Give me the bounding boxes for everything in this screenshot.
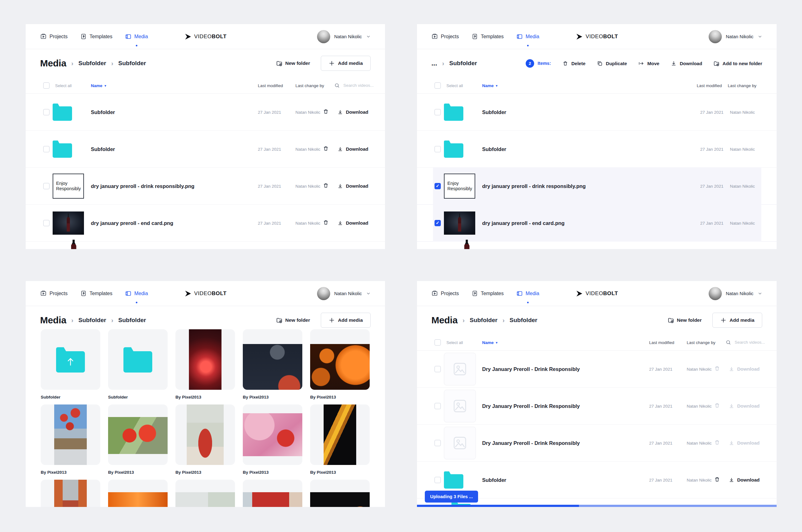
breadcrumb-level2[interactable]: Subfolder: [118, 317, 146, 324]
media-card[interactable]: By Pixel2013: [243, 404, 302, 480]
row-checkbox[interactable]: [435, 109, 441, 115]
card-label: By Pixel2013: [108, 470, 168, 475]
uploading-row[interactable]: Dry January Preroll - Drink Responsibly …: [417, 387, 777, 424]
user-menu[interactable]: Natan Nikolic: [317, 287, 370, 300]
download-button[interactable]: Download: [338, 146, 368, 152]
breadcrumb-collapsed[interactable]: ...: [432, 59, 437, 68]
folder-card[interactable]: Subfolder: [108, 329, 168, 404]
breadcrumb-root[interactable]: Media: [40, 58, 66, 69]
add-media-button[interactable]: Add media: [712, 313, 762, 328]
delete-selected-button[interactable]: Delete: [562, 60, 586, 66]
move-button[interactable]: Move: [638, 60, 659, 66]
download-selected-button[interactable]: Download: [671, 60, 702, 66]
folder-card-up[interactable]: Subfolder: [41, 329, 100, 404]
image-thumbnail: [243, 492, 302, 507]
image-thumbnail: [243, 413, 302, 456]
media-card[interactable]: By Pixel2013: [175, 329, 235, 404]
nav-media[interactable]: Media: [516, 290, 539, 297]
row-checkbox[interactable]: [43, 183, 50, 189]
row-changed-by: Natan Nikolic: [295, 184, 321, 188]
nav-templates[interactable]: Templates: [472, 33, 504, 40]
media-card[interactable]: By Pixel2013: [310, 329, 370, 404]
media-card[interactable]: By Pixel2013: [175, 404, 235, 480]
row-checkbox[interactable]: [435, 477, 441, 483]
add-media-button[interactable]: Add media: [321, 313, 370, 328]
media-card[interactable]: By Pixel2013: [310, 404, 370, 480]
row-checkbox-checked[interactable]: [435, 220, 441, 226]
new-folder-button[interactable]: New folder: [276, 317, 310, 323]
breadcrumb-level2[interactable]: Subfolder: [510, 317, 538, 324]
delete-button[interactable]: [323, 145, 329, 153]
delete-button[interactable]: [714, 476, 720, 484]
table-row[interactable]: Subfolder 27 Jan 2021 Natan Nikolic Down…: [26, 94, 385, 131]
media-card[interactable]: [243, 480, 302, 507]
nav-projects[interactable]: Projects: [432, 33, 459, 40]
new-folder-button[interactable]: New folder: [668, 317, 702, 323]
breadcrumb-level1[interactable]: Subfolder: [78, 317, 106, 324]
delete-button[interactable]: [323, 219, 329, 227]
breadcrumb-root[interactable]: Media: [40, 315, 66, 325]
select-all-checkbox[interactable]: [43, 82, 50, 89]
search-input[interactable]: Search videos...: [334, 83, 374, 88]
projects-icon: [432, 33, 438, 40]
nav-projects[interactable]: Projects: [432, 290, 459, 297]
duplicate-button[interactable]: Duplicate: [597, 60, 627, 66]
download-button[interactable]: Download: [338, 183, 368, 189]
media-card[interactable]: By Pixel2013: [243, 329, 302, 404]
uploading-row[interactable]: Dry January Preroll - Drink Responsibly …: [417, 350, 777, 387]
user-menu[interactable]: Natan Nikolic: [709, 287, 762, 300]
table-row-selected[interactable]: Enjoy Responsibly dry january preroll - …: [417, 168, 777, 205]
nav-media[interactable]: Media: [516, 33, 539, 40]
search-input[interactable]: Search videos...: [726, 340, 765, 345]
table-row[interactable]: Subfolder 27 Jan 2021 Natan Nikolic: [417, 94, 777, 131]
nav-templates[interactable]: Templates: [472, 290, 504, 297]
nav-media[interactable]: Media: [125, 290, 148, 297]
media-card[interactable]: [175, 480, 235, 507]
nav-media[interactable]: Media: [125, 33, 148, 40]
media-card[interactable]: [108, 480, 168, 507]
add-to-new-folder-button[interactable]: Add to new folder: [713, 60, 762, 66]
select-all-checkbox[interactable]: [435, 82, 441, 89]
breadcrumb-level1[interactable]: Subfolder: [449, 60, 477, 67]
uploading-row[interactable]: Dry January Preroll - Drink Responsibly …: [417, 424, 777, 461]
nav-projects[interactable]: Projects: [40, 33, 68, 40]
add-media-button[interactable]: Add media: [321, 56, 370, 71]
table-row[interactable]: dry january preroll - end card.png 27 Ja…: [26, 205, 385, 242]
row-checkbox[interactable]: [435, 146, 441, 152]
sort-by-name[interactable]: Name▾: [91, 83, 106, 88]
sort-by-name[interactable]: Name▾: [482, 83, 497, 88]
breadcrumb-root[interactable]: Media: [432, 315, 458, 325]
media-card[interactable]: By Pixel2013: [41, 404, 100, 480]
breadcrumb-level1[interactable]: Subfolder: [78, 60, 106, 67]
media-card[interactable]: [310, 480, 370, 507]
nav-projects[interactable]: Projects: [40, 290, 68, 297]
download-button[interactable]: Download: [338, 220, 368, 226]
breadcrumb-level2[interactable]: Subfolder: [118, 60, 146, 67]
row-checkbox[interactable]: [43, 109, 50, 115]
row-checkbox[interactable]: [435, 440, 441, 446]
table-row[interactable]: Subfolder 27 Jan 2021 Natan Nikolic Down…: [26, 131, 385, 168]
select-all-checkbox[interactable]: [435, 339, 441, 346]
delete-button[interactable]: [323, 182, 329, 190]
download-button[interactable]: Download: [338, 109, 368, 115]
sort-by-name[interactable]: Name▾: [482, 340, 497, 345]
media-card[interactable]: By Pixel2013: [108, 404, 168, 480]
user-menu[interactable]: Natan Nikolic: [709, 30, 762, 43]
delete-button[interactable]: [323, 109, 329, 116]
user-menu[interactable]: Natan Nikolic: [317, 30, 370, 43]
download-button[interactable]: Download: [729, 477, 760, 483]
row-checkbox[interactable]: [43, 220, 50, 226]
media-card[interactable]: [41, 480, 100, 507]
table-row[interactable]: Enjoy Responsibly dry january preroll - …: [26, 168, 385, 205]
row-checkbox[interactable]: [435, 403, 441, 409]
nav-templates[interactable]: Templates: [80, 33, 113, 40]
nav-templates[interactable]: Templates: [80, 290, 113, 297]
breadcrumb-level1[interactable]: Subfolder: [470, 317, 497, 324]
download-label: Download: [737, 366, 760, 372]
row-checkbox[interactable]: [435, 366, 441, 372]
row-checkbox[interactable]: [43, 146, 50, 152]
row-checkbox-checked[interactable]: [435, 183, 441, 189]
table-row[interactable]: Subfolder 27 Jan 2021 Natan Nikolic: [417, 131, 777, 168]
new-folder-button[interactable]: New folder: [276, 60, 310, 66]
table-row-selected[interactable]: dry january preroll - end card.png 27 Ja…: [417, 205, 777, 242]
